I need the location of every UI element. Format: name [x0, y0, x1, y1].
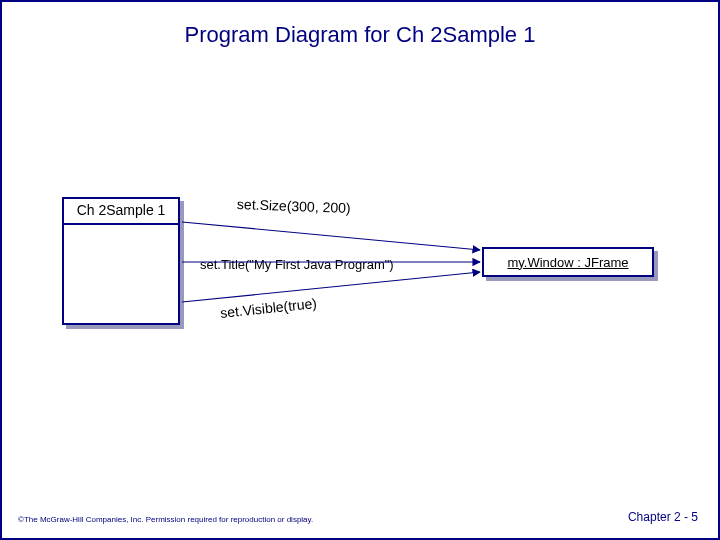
message-set-title: set.Title("My First Java Program") — [200, 257, 394, 272]
arrow-set-size — [182, 222, 480, 250]
receiver-box: my.Window : JFrame — [482, 247, 654, 277]
message-set-size: set.Size(300, 200) — [237, 196, 351, 216]
footer-page: Chapter 2 - 5 — [628, 510, 698, 524]
message-set-visible: set.Visible(true) — [219, 295, 317, 321]
sender-label: Ch 2Sample 1 — [62, 197, 180, 225]
arrow-set-visible — [182, 272, 480, 302]
page-title: Program Diagram for Ch 2Sample 1 — [2, 22, 718, 48]
slide: Program Diagram for Ch 2Sample 1 Ch 2Sam… — [0, 0, 720, 540]
footer-copyright: ©The McGraw-Hill Companies, Inc. Permiss… — [18, 515, 313, 524]
